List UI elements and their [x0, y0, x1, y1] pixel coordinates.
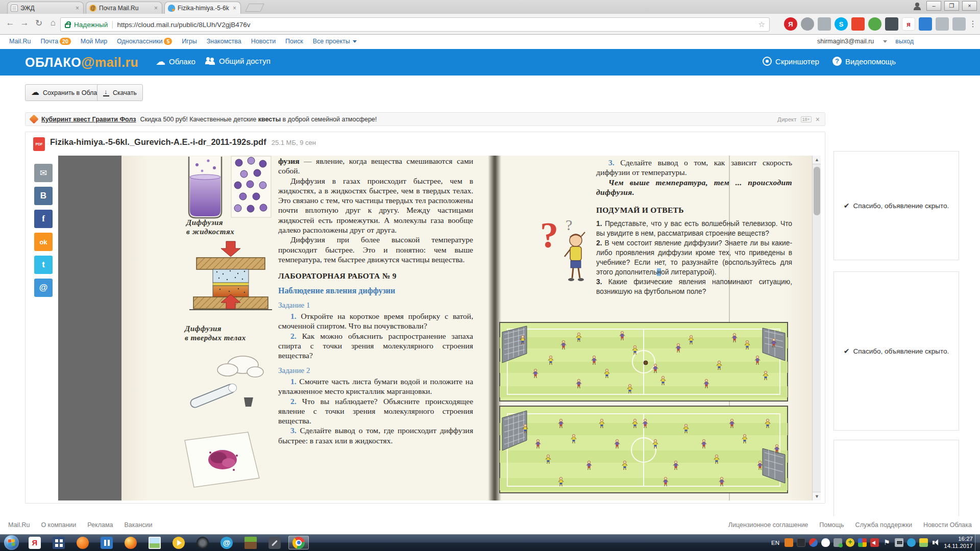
maximize-button[interactable]: ❐ — [944, 1, 959, 11]
tray-cloud-icon[interactable] — [821, 538, 830, 547]
profile-icon[interactable] — [912, 2, 923, 10]
tray-java-icon[interactable] — [785, 538, 793, 547]
cloud-logo[interactable]: ОБЛАКО@mail.ru — [25, 55, 138, 70]
extension-mailru-icon[interactable]: я — [902, 17, 915, 31]
forward-icon[interactable]: → — [18, 18, 31, 28]
nav-poisk[interactable]: Поиск — [285, 38, 303, 45]
share-ok-icon[interactable]: ok — [34, 233, 53, 251]
tab-mail[interactable]: @ Почта Mail.Ru × — [86, 2, 162, 14]
nav-novosti[interactable]: Новости — [251, 38, 276, 45]
footer-jobs[interactable]: Вакансии — [124, 521, 152, 529]
tray-usb-icon[interactable] — [834, 538, 842, 547]
new-tab-button[interactable] — [245, 4, 264, 12]
extension-icon[interactable] — [801, 17, 814, 31]
bookmark-star-icon[interactable]: ☆ — [758, 20, 765, 29]
back-icon[interactable]: ← — [4, 18, 16, 28]
browser-menu-icon[interactable]: ⋮ — [969, 19, 977, 29]
viewer-scrollbar[interactable]: ▲ ▼ — [812, 156, 821, 500]
footer-cloud-news[interactable]: Новости Облака — [923, 521, 972, 529]
tab-close-icon[interactable]: × — [232, 5, 237, 12]
share-email-icon[interactable]: ✉ — [34, 164, 53, 182]
start-button[interactable] — [4, 535, 19, 550]
tab-ezhd[interactable]: ЭЖД × — [7, 2, 84, 14]
share-twitter-icon[interactable]: t — [34, 256, 53, 274]
header-nav-shared[interactable]: Общий доступ — [205, 57, 271, 65]
account-email[interactable]: shirmagin3@mail.ru — [817, 38, 874, 45]
extension-yandex-icon[interactable]: Я — [784, 17, 797, 31]
reload-icon[interactable]: ↻ — [33, 18, 45, 29]
tray-action-center-icon[interactable] — [883, 538, 891, 547]
tray-audio-icon[interactable] — [870, 538, 879, 547]
taskbar-chrome-icon[interactable] — [288, 536, 309, 549]
ad-close-icon[interactable]: × — [816, 115, 820, 123]
taskbar-firefox-icon[interactable] — [120, 536, 141, 549]
extension-skype-icon[interactable]: S — [835, 17, 848, 31]
extension-icon[interactable] — [818, 17, 831, 31]
address-bar[interactable]: Надежный | https://cloud.mail.ru/public/… — [60, 17, 770, 32]
nav-mailru[interactable]: Mail.Ru — [9, 38, 31, 45]
taskbar-minecraft-icon[interactable] — [240, 536, 261, 549]
close-button[interactable]: × — [962, 1, 977, 11]
pdf-viewer[interactable]: Диффузия в жидкостях — [58, 156, 821, 500]
taskbar-mail-agent-icon[interactable]: @ — [216, 536, 237, 549]
download-button[interactable]: Скачать — [97, 84, 143, 101]
tab-cloud-pdf[interactable]: Fizika-himiya.-5-6kl._Gur × — [164, 2, 241, 14]
videohelp-link[interactable]: ? Видеопомощь — [832, 57, 896, 66]
tray-network-icon[interactable] — [895, 538, 903, 547]
nav-znakomstva[interactable]: Знакомства — [207, 38, 241, 45]
nav-igry[interactable]: Игры — [182, 38, 197, 45]
url-text[interactable]: https://cloud.mail.ru/public/8LUh/V2gjB4… — [117, 21, 250, 29]
tray-layers-icon[interactable] — [919, 538, 928, 547]
extension-icon[interactable] — [952, 17, 966, 31]
header-nav-cloud[interactable]: ☁ Облако — [156, 57, 195, 66]
footer-license[interactable]: Лицензионное соглашение — [728, 521, 808, 529]
footer-help[interactable]: Помощь — [819, 521, 844, 529]
direct-label[interactable]: Директ — [777, 116, 796, 122]
taskbar-media-icon[interactable] — [72, 536, 93, 549]
minimize-button[interactable]: – — [926, 1, 941, 11]
page-footer: Mail.Ru О компании Реклама Вакансии Лице… — [0, 516, 980, 534]
tray-update-icon[interactable] — [907, 538, 916, 547]
share-facebook-icon[interactable]: f — [34, 210, 53, 228]
tray-cube-icon[interactable] — [858, 538, 867, 547]
scrollbar-thumb[interactable] — [814, 167, 820, 215]
extension-icon[interactable] — [936, 17, 949, 31]
taskbar-wmp-icon[interactable] — [96, 536, 117, 549]
extension-icon[interactable] — [851, 17, 865, 31]
ad-link[interactable]: Кубиринт квест Гравити Фолз — [41, 116, 136, 123]
extension-icon[interactable] — [868, 17, 881, 31]
tab-close-icon[interactable]: × — [153, 5, 159, 12]
taskbar-tool-icon[interactable] — [264, 536, 285, 549]
scroll-up-icon[interactable]: ▲ — [813, 156, 821, 164]
taskbar-yandex-icon[interactable]: Я — [24, 536, 45, 549]
taskbar-camera-icon[interactable] — [192, 536, 213, 549]
nav-vse-proekty[interactable]: Все проекты — [313, 38, 357, 45]
tab-close-icon[interactable]: × — [75, 5, 80, 12]
footer-about[interactable]: О компании — [41, 521, 76, 529]
nav-moymir[interactable]: Мой Мир — [81, 38, 107, 45]
share-vk-icon[interactable]: В — [34, 187, 53, 205]
extension-icon[interactable] — [885, 17, 898, 31]
taskbar-app-grid-icon[interactable] — [48, 536, 69, 549]
tray-volume-icon[interactable] — [932, 538, 940, 547]
scroll-down-icon[interactable]: ▼ — [813, 492, 821, 500]
share-moymir-icon[interactable]: @ — [34, 279, 53, 297]
logout-link[interactable]: выход — [895, 38, 914, 45]
tray-utorrent-icon[interactable] — [797, 538, 805, 547]
screenshoter-link[interactable]: Скриншотер — [763, 57, 819, 66]
show-desktop-button[interactable] — [975, 534, 980, 551]
chevron-down-icon[interactable] — [883, 40, 887, 43]
taskbar-clock[interactable]: 16:27 14.11.2017 — [944, 535, 973, 549]
tray-ccleaner-icon[interactable] — [809, 538, 818, 547]
extension-search-icon[interactable] — [919, 17, 932, 31]
taskbar-photos-icon[interactable] — [144, 536, 165, 549]
nav-odnoklassniki[interactable]: Одноклассники5 — [117, 38, 172, 45]
language-indicator[interactable]: EN — [771, 540, 779, 546]
footer-ads[interactable]: Реклама — [87, 521, 113, 529]
home-icon[interactable]: ⌂ — [47, 18, 59, 28]
tray-antivirus-icon[interactable] — [846, 538, 854, 547]
footer-mailru[interactable]: Mail.Ru — [8, 521, 30, 529]
nav-pochta[interactable]: Почта20 — [40, 38, 70, 45]
footer-support[interactable]: Служба поддержки — [855, 521, 912, 529]
taskbar-player-icon[interactable] — [168, 536, 189, 549]
